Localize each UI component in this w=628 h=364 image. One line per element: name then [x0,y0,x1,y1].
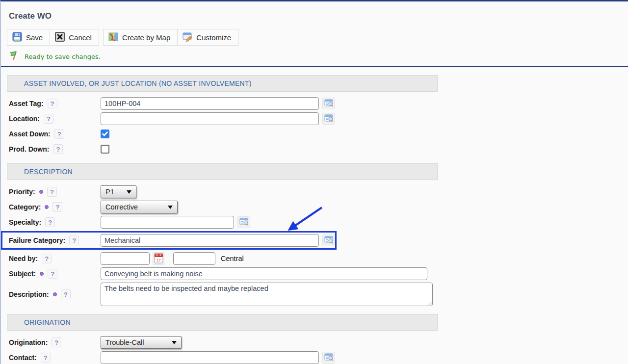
asset-tag-label: Asset Tag: [9,100,44,107]
flag-icon [9,50,20,63]
specialty-help-button[interactable]: ? [45,217,55,227]
asset-down-checkbox[interactable] [101,130,109,138]
failure-category-highlight: Failure Category: ? [1,231,337,250]
contact-lookup-button[interactable] [322,352,335,364]
create-by-map-label: Create by Map [122,33,170,42]
field-row-need-by: Need by: ? 17 Central [1,252,628,265]
location-label: Location: [9,115,40,123]
asset-tag-help-button[interactable]: ? [48,99,57,108]
field-row-contact: Contact: ? [1,351,628,364]
description-label: Description: [9,290,49,298]
priority-help-button[interactable]: ? [47,187,57,197]
category-select[interactable]: Corrective [101,201,178,213]
customize-pencil-icon [183,32,192,43]
failure-category-input[interactable] [101,234,319,247]
specialty-input[interactable] [101,216,234,229]
origination-label: Origination: [9,338,48,346]
subject-input[interactable] [101,267,427,280]
save-button-label: Save [26,33,43,42]
failure-category-label: Failure Category: [9,236,65,244]
section-header-asset: ASSET INVOLVED, OR JUST LOCATION (NO ASS… [7,75,438,92]
field-row-asset-tag: Asset Tag: ? [1,97,628,110]
description-fields: Priority: ? P1 Category: ? Corrective Sp… [1,185,628,306]
section-header-origination: ORIGINATION [7,314,438,331]
prod-down-label: Prod. Down: [9,145,49,153]
field-row-location: Location: ? [1,112,628,125]
asset-down-label: Asset Down: [9,130,51,138]
lookup-icon [324,236,334,245]
customize-button[interactable]: Customize [177,29,238,46]
contact-input[interactable] [101,351,319,364]
description-help-button[interactable]: ? [61,289,71,299]
origination-fields: Origination: ? Trouble-Call Contact: ? [1,336,628,364]
field-row-priority: Priority: ? P1 [1,185,628,198]
required-indicator [39,190,43,194]
status-message: Ready to save changes. [25,53,101,60]
navy-divider [1,66,628,67]
origination-selected-value: Trouble-Call [105,338,144,346]
timezone-label: Central [221,255,244,262]
svg-text:17: 17 [157,258,160,262]
origination-help-button[interactable]: ? [52,338,61,347]
failure-category-help-button[interactable]: ? [69,235,79,245]
priority-select[interactable]: P1 [101,185,136,198]
field-row-asset-down: Asset Down: ? [1,128,628,140]
save-icon [12,32,22,43]
toolbar-group-save: Save Cancel [7,29,99,46]
asset-fields: Asset Tag: ? Location: ? Asset Down: ? P… [1,97,628,156]
subject-help-button[interactable]: ? [48,269,57,279]
location-help-button[interactable]: ? [44,114,53,124]
failure-category-lookup-button[interactable] [322,234,335,246]
create-by-map-button[interactable]: Create by Map [103,29,178,46]
field-row-prod-down: Prod. Down: ? [1,143,628,156]
location-lookup-button[interactable] [322,113,335,125]
field-row-origination: Origination: ? Trouble-Call [1,336,628,349]
cancel-x-icon [55,32,65,43]
required-indicator [40,272,44,276]
map-icon [108,32,118,43]
page-title: Create WO [9,11,628,21]
priority-label: Priority: [9,188,35,196]
chevron-down-icon [172,341,177,344]
required-indicator [45,205,49,209]
toolbar: Save Cancel Create by Map Customize [7,29,628,46]
cancel-button[interactable]: Cancel [50,29,99,46]
asset-tag-input[interactable] [101,97,319,110]
save-button[interactable]: Save [7,29,50,46]
asset-down-help-button[interactable]: ? [54,129,64,139]
category-selected-value: Corrective [105,203,138,211]
field-row-subject: Subject: ? [1,267,628,280]
asset-tag-lookup-button[interactable] [322,98,335,109]
toolbar-group-extra: Create by Map Customize [103,29,238,46]
prod-down-help-button[interactable]: ? [53,144,63,154]
status-row: Ready to save changes. [9,51,628,62]
lookup-icon [324,353,334,363]
required-indicator [53,292,57,296]
calendar-picker-button[interactable]: 17 [153,252,164,265]
need-by-time-input[interactable] [173,252,215,265]
lookup-icon [324,99,334,108]
chevron-down-icon [127,190,131,194]
category-help-button[interactable]: ? [52,202,62,212]
field-row-specialty: Specialty: ? [1,216,628,229]
specialty-lookup-button[interactable] [237,216,250,228]
prod-down-checkbox[interactable] [101,145,109,154]
category-label: Category: [9,203,41,211]
need-by-label: Need by: [9,255,38,262]
origination-select[interactable]: Trouble-Call [101,336,182,349]
contact-label: Contact: [9,354,37,362]
lookup-icon [324,114,334,124]
field-row-description: Description: ? The belts need to be insp… [1,283,628,306]
field-row-category: Category: ? Corrective [1,201,628,213]
description-textarea[interactable]: The belts need to be inspected and maybe… [101,283,433,306]
subject-label: Subject: [9,270,36,278]
need-by-date-input[interactable] [101,252,150,265]
need-by-help-button[interactable]: ? [42,254,52,263]
specialty-label: Specialty: [9,218,41,226]
chevron-down-icon [168,206,173,209]
lookup-icon [239,218,249,227]
calendar-icon: 17 [154,253,163,265]
location-input[interactable] [101,112,319,125]
section-header-description: DESCRIPTION [7,163,438,180]
contact-help-button[interactable]: ? [41,353,51,363]
